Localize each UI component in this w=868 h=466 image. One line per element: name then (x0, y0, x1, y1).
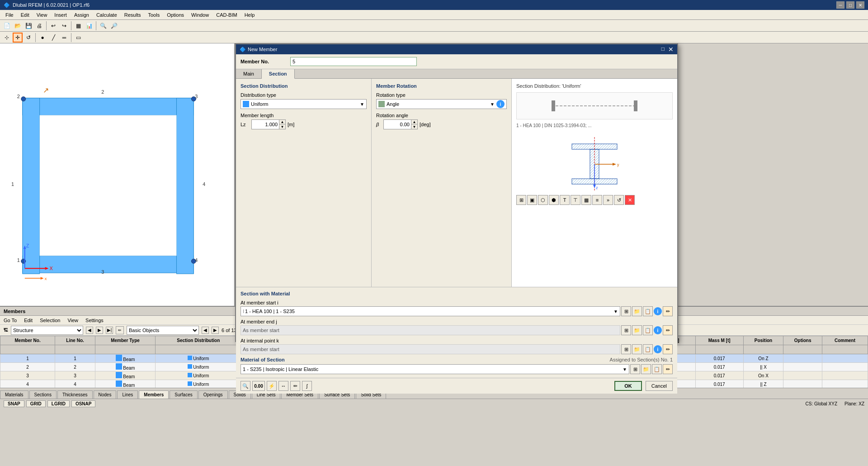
section-Tb-btn[interactable]: ⊤ (571, 195, 580, 205)
dist-type-select[interactable]: Uniform ▼ (241, 99, 367, 109)
dialog-close-btn[interactable]: ✕ (668, 46, 674, 53)
selection-menu[interactable]: Selection (40, 318, 60, 323)
save-button[interactable]: 💾 (24, 21, 33, 31)
mat-table-btn[interactable]: ⊞ (630, 364, 640, 374)
basic-objects-select[interactable]: Basic Objects (127, 326, 199, 335)
filter-prev-btn[interactable]: ◀ (202, 327, 209, 334)
beta-spin[interactable]: ▲ ▼ (383, 119, 418, 129)
menu-edit[interactable]: Edit (17, 11, 33, 19)
menu-cadbim[interactable]: CAD-BIM (212, 11, 241, 19)
menu-view[interactable]: View (33, 11, 51, 19)
member-no-input[interactable] (290, 57, 417, 66)
integral-tool-btn[interactable]: ∫ (302, 381, 312, 391)
mat-new-btn[interactable]: 📁 (641, 364, 651, 374)
sec-int-table-btn[interactable]: ⊞ (621, 344, 631, 354)
rot-info-btn[interactable]: i (496, 100, 505, 108)
line-btn[interactable]: ╱ (48, 33, 58, 43)
move-btn[interactable]: ✛ (13, 33, 23, 43)
menu-assign[interactable]: Assign (71, 11, 93, 19)
sec-start-table-btn[interactable]: ⊞ (621, 306, 631, 316)
section-3d-btn[interactable]: ⬡ (538, 195, 548, 205)
search-tool-btn[interactable]: 🔍 (241, 381, 250, 391)
last-page-btn[interactable]: ▶| (106, 327, 113, 334)
tab-surfaces[interactable]: Surfaces (170, 390, 197, 399)
member-btn[interactable]: ═ (59, 33, 69, 43)
lz-up[interactable]: ▲ (279, 120, 285, 124)
close-button[interactable]: ✕ (856, 1, 864, 9)
lz-down[interactable]: ▼ (279, 124, 285, 129)
sec-end-table-btn[interactable]: ⊞ (621, 325, 631, 335)
menu-help[interactable]: Help (241, 11, 259, 19)
view-menu[interactable]: View (67, 318, 78, 323)
new-button[interactable]: 📄 (2, 21, 12, 31)
sec-int-new-btn[interactable]: 📁 (632, 344, 642, 354)
tab-lines[interactable]: Lines (117, 390, 138, 399)
arrows-tool-btn[interactable]: ↔ (278, 381, 288, 391)
maximize-button[interactable]: □ (846, 1, 854, 9)
prev-page-btn[interactable]: ◀ (86, 327, 93, 334)
next-page-btn[interactable]: ▶ (96, 327, 103, 334)
structure-canvas[interactable]: 2 3 1 4 2 3 1 4 X Z x ↗ (0, 43, 234, 306)
table-button[interactable]: ▦ (73, 21, 83, 31)
structure-select[interactable]: Structure (11, 326, 83, 335)
menu-calculate[interactable]: Calculate (93, 11, 121, 19)
sec-end-info-btn[interactable]: i (654, 326, 662, 334)
section-close-btn[interactable]: ✕ (625, 195, 635, 205)
tab-section[interactable]: Section (262, 69, 295, 79)
tab-openings[interactable]: Openings (198, 390, 228, 399)
section-refresh-btn[interactable]: ↺ (614, 195, 624, 205)
sec-end-copy-btn[interactable]: 📋 (643, 325, 653, 335)
mat-copy-btn[interactable]: 📋 (652, 364, 662, 374)
pencil-nav-btn[interactable]: ✏ (116, 326, 124, 334)
section-view-btn[interactable]: ▣ (527, 195, 537, 205)
ok-button[interactable]: OK (614, 381, 642, 391)
section-T-btn[interactable]: T (560, 195, 570, 205)
sec-int-info-btn[interactable]: i (654, 345, 662, 353)
beta-up[interactable]: ▲ (411, 120, 417, 124)
zero-tool-btn[interactable]: 0.00 (252, 381, 265, 391)
snap-btn[interactable]: SNAP (4, 400, 24, 407)
lgrid-btn[interactable]: LGRID (47, 400, 70, 407)
menu-options[interactable]: Options (163, 11, 188, 19)
minimize-button[interactable]: ─ (836, 1, 844, 9)
menu-insert[interactable]: Insert (51, 11, 71, 19)
tab-thicknesses[interactable]: Thicknesses (57, 390, 93, 399)
material-select[interactable]: 1 - S235 | Isotropic | Linear Elastic ▼ (241, 364, 629, 374)
open-button[interactable]: 📂 (13, 21, 23, 31)
filter-next-btn[interactable]: ▶ (212, 327, 219, 334)
redo-button[interactable]: ↪ (59, 21, 69, 31)
sec-end-new-btn[interactable]: 📁 (632, 325, 642, 335)
tab-materials[interactable]: Materials (0, 390, 28, 399)
sec-start-new-btn[interactable]: 📁 (632, 306, 642, 316)
section-table-btn[interactable]: ≡ (592, 195, 602, 205)
chart-button[interactable]: 📊 (84, 21, 94, 31)
undo-button[interactable]: ↩ (48, 21, 58, 31)
lz-input[interactable] (252, 120, 279, 129)
zoom-out[interactable]: 🔎 (109, 21, 119, 31)
cancel-button[interactable]: Cancel (646, 381, 673, 391)
menu-window[interactable]: Window (188, 11, 212, 19)
osnap-btn[interactable]: OSNAP (71, 400, 96, 407)
grid-btn[interactable]: ⊞ (516, 195, 526, 205)
print-button[interactable]: 🖨 (34, 21, 44, 31)
section-more-btn[interactable]: » (603, 195, 613, 205)
section-grid2-btn[interactable]: ▦ (581, 195, 591, 205)
sec-int-edit-btn[interactable]: ✏ (663, 344, 673, 354)
lightning-tool-btn[interactable]: ⚡ (267, 381, 277, 391)
edit-menu[interactable]: Edit (24, 318, 33, 323)
rot-type-select[interactable]: Angle ▼ i (376, 99, 507, 109)
tab-nodes[interactable]: Nodes (94, 390, 117, 399)
sec-end-edit-btn[interactable]: ✏ (663, 325, 673, 335)
menu-file[interactable]: File (2, 11, 17, 19)
tab-main[interactable]: Main (236, 69, 262, 78)
sec-start-edit-btn[interactable]: ✏ (663, 306, 673, 316)
pencil-tool-btn[interactable]: ✏ (290, 381, 300, 391)
tab-sections[interactable]: Sections (29, 390, 57, 399)
select-btn[interactable]: ⊹ (2, 33, 12, 43)
goto-menu[interactable]: Go To (4, 318, 17, 323)
menu-results[interactable]: Results (121, 11, 145, 19)
sec-int-copy-btn[interactable]: 📋 (643, 344, 653, 354)
beta-input[interactable] (384, 120, 411, 129)
node-btn[interactable]: ● (38, 33, 47, 43)
dialog-maximize-btn[interactable]: □ (661, 46, 665, 53)
